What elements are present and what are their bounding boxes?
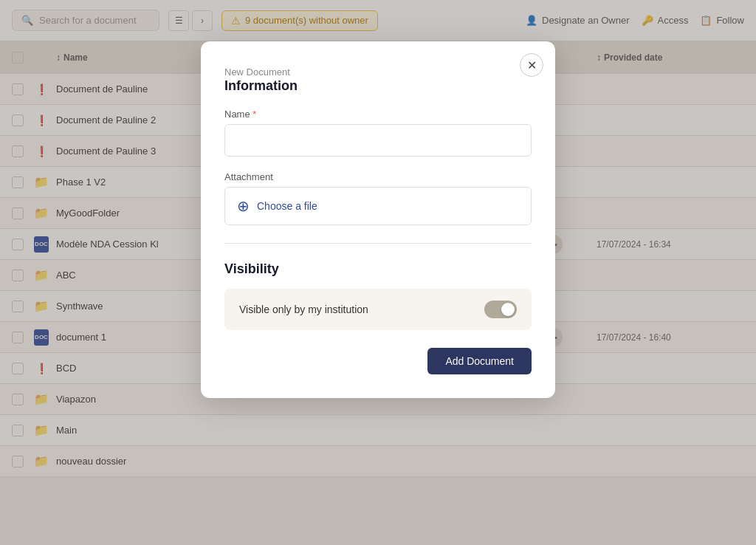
add-document-button[interactable]: Add Document xyxy=(427,348,532,374)
name-field-group: Name * xyxy=(224,109,532,157)
modal-overlay: New Document ✕ Information Name * Attach… xyxy=(0,0,756,545)
choose-file-button[interactable]: ⊕ Choose a file xyxy=(224,187,532,225)
name-input[interactable] xyxy=(224,124,532,157)
attachment-label: Attachment xyxy=(224,171,532,182)
plus-icon: ⊕ xyxy=(237,197,250,215)
visibility-section-title: Visibility xyxy=(224,261,532,277)
modal-close-button[interactable]: ✕ xyxy=(520,53,543,77)
choose-file-label: Choose a file xyxy=(257,200,317,212)
info-section-title: Information xyxy=(224,78,532,94)
visibility-toggle[interactable] xyxy=(484,301,517,318)
visibility-row: Visible only by my institution xyxy=(224,289,532,330)
visibility-toggle-label: Visible only by my institution xyxy=(239,304,368,315)
required-marker: * xyxy=(252,109,256,120)
new-document-modal: New Document ✕ Information Name * Attach… xyxy=(201,41,555,398)
visibility-section: Visibility Visible only by my institutio… xyxy=(224,261,532,330)
section-divider xyxy=(224,243,532,244)
information-section: Information Name * Attachment ⊕ Choose a… xyxy=(224,78,532,225)
attachment-field-group: Attachment ⊕ Choose a file xyxy=(224,171,532,225)
modal-title: New Document xyxy=(224,66,290,78)
modal-footer: Add Document xyxy=(224,348,532,374)
name-label: Name * xyxy=(224,109,532,120)
